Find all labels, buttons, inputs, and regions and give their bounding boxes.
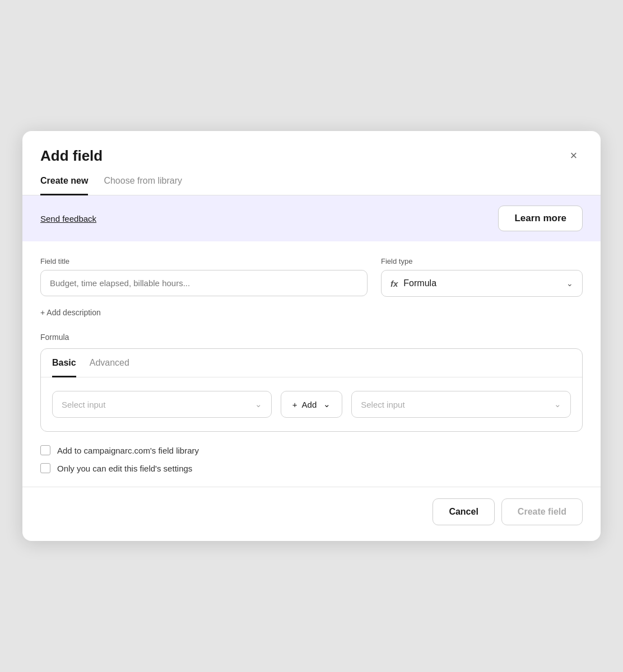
select-input-left[interactable]: Select input ⌄: [52, 391, 272, 418]
add-operator-button[interactable]: + Add⌄: [281, 391, 342, 418]
add-operator-chevron: ⌄: [323, 399, 331, 409]
create-field-button[interactable]: Create field: [501, 498, 583, 525]
formula-section: Formula Basic Advanced Select input ⌄: [40, 333, 583, 432]
tabs-container: Create new Choose from library: [22, 165, 601, 195]
tabs: Create new Choose from library: [40, 176, 583, 195]
add-operator-text: Add: [302, 400, 317, 409]
checkbox-edit-row: Only you can edit this field's settings: [40, 463, 583, 473]
modal-header: Add field ×: [22, 131, 601, 165]
checkbox-edit[interactable]: [40, 463, 50, 473]
field-title-label: Field title: [40, 257, 368, 265]
checkbox-library-label: Add to campaignarc.com's field library: [57, 446, 199, 455]
formula-section-label: Formula: [40, 333, 583, 342]
formula-body: Select input ⌄ + Add⌄ Select input ⌄: [41, 377, 582, 431]
field-type-group: Field type fx Formula ⌄: [381, 257, 583, 297]
modal-overlay: Add field × Create new Choose from libra…: [0, 0, 623, 672]
send-feedback-link[interactable]: Send feedback: [40, 214, 96, 223]
add-description-button[interactable]: + Add description: [40, 306, 101, 319]
close-button[interactable]: ×: [565, 147, 583, 165]
formula-tabs: Basic Advanced: [41, 349, 582, 377]
field-type-select[interactable]: fx Formula ⌄: [381, 270, 583, 297]
formula-tab-basic[interactable]: Basic: [52, 349, 76, 377]
checkbox-library[interactable]: [40, 445, 50, 455]
cancel-button[interactable]: Cancel: [433, 498, 494, 525]
field-title-type-row: Field title Field type fx Formula ⌄: [40, 257, 583, 297]
select-input-left-label: Select input: [62, 400, 105, 409]
field-title-group: Field title: [40, 257, 368, 297]
field-type-label: Field type: [381, 257, 583, 265]
modal-body: Field title Field type fx Formula ⌄: [22, 241, 601, 487]
tab-create-new[interactable]: Create new: [40, 176, 88, 195]
checkbox-library-row: Add to campaignarc.com's field library: [40, 445, 583, 455]
field-type-value: Formula: [403, 278, 436, 288]
field-title-input[interactable]: [40, 270, 368, 296]
add-operator-icon: +: [292, 400, 297, 409]
checkboxes-section: Add to campaignarc.com's field library O…: [40, 445, 583, 473]
select-input-right[interactable]: Select input ⌄: [351, 391, 571, 418]
formula-box: Basic Advanced Select input ⌄ + Add⌄: [40, 348, 583, 432]
modal-footer: Cancel Create field: [22, 487, 601, 541]
learn-more-button[interactable]: Learn more: [498, 206, 583, 231]
add-field-modal: Add field × Create new Choose from libra…: [22, 131, 601, 541]
checkbox-edit-label: Only you can edit this field's settings: [57, 464, 192, 473]
fx-icon: fx: [390, 279, 398, 288]
select-input-right-chevron: ⌄: [554, 399, 561, 409]
select-input-left-chevron: ⌄: [255, 399, 262, 409]
tab-choose-library[interactable]: Choose from library: [104, 176, 182, 195]
formula-tab-advanced[interactable]: Advanced: [90, 349, 129, 377]
formula-inputs-row: Select input ⌄ + Add⌄ Select input ⌄: [52, 391, 571, 418]
feedback-banner: Send feedback Learn more: [22, 195, 601, 241]
modal-title: Add field: [40, 147, 103, 165]
field-type-chevron: ⌄: [566, 279, 573, 288]
select-input-right-label: Select input: [361, 400, 405, 409]
